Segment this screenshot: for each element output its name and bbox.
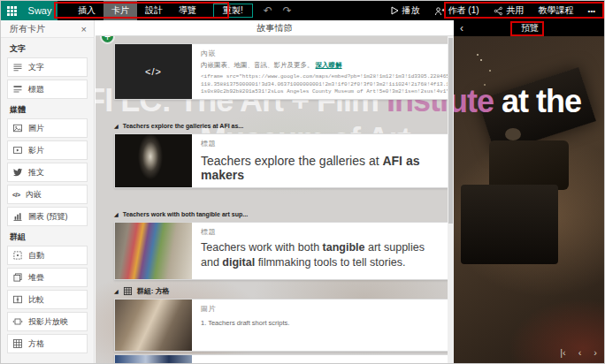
card-type-automatic[interactable]: 自動 xyxy=(7,246,88,265)
preview-headline: ute at the xyxy=(448,83,581,120)
card-type-heading[interactable]: 標題 xyxy=(7,80,88,99)
embed-code-line: 118.35881375000001!3d34.06371000000001!2… xyxy=(201,81,439,89)
back-chevron-icon[interactable]: ‹ xyxy=(454,22,470,34)
card-type-tweet[interactable]: 推文 xyxy=(7,163,88,182)
card-type-text[interactable]: 文字 xyxy=(7,57,88,77)
section-label-media: 媒體 xyxy=(10,104,85,116)
chart-icon xyxy=(12,211,23,222)
preview-title: 預覽 xyxy=(454,22,605,34)
grid-group-icon xyxy=(123,286,133,296)
ribbon-tabs: 插入 卡片 設計 導覽 重製! ↶ ↷ xyxy=(70,1,297,20)
all-cards-header: 所有卡片 × xyxy=(1,20,94,38)
heading-card-thumbnail xyxy=(115,223,192,279)
section-label-text: 文字 xyxy=(10,43,85,55)
share-icon xyxy=(494,6,503,16)
play-icon xyxy=(391,6,399,15)
all-cards-title: 所有卡片 xyxy=(10,23,45,35)
heading-card[interactable]: 標題 Teachers work with both tangible art … xyxy=(114,222,448,280)
heading-card-thumbnail xyxy=(115,134,192,187)
photo-highlight-dots xyxy=(477,54,479,56)
close-icon[interactable]: × xyxy=(81,24,87,34)
top-bar: Sway 插入 卡片 設計 導覽 重製! ↶ ↷ 播放 作者 (1) 共用 xyxy=(1,1,605,20)
collapsed-card-header[interactable]: ◢ Teachers explore the galleries at AFI … xyxy=(114,123,243,129)
collapse-triangle-icon: ◢ xyxy=(114,289,119,294)
slideshow-icon xyxy=(12,316,23,327)
learn-more-link[interactable]: 深入瞭解 xyxy=(316,61,342,69)
preview-panel: ‹ 預覽 ute at the |‹ ‹ › xyxy=(454,20,605,364)
authors-icon xyxy=(434,6,445,16)
partial-card[interactable] xyxy=(114,354,448,364)
sway-app-window: Sway 插入 卡片 設計 導覽 重製! ↶ ↷ 播放 作者 (1) 共用 xyxy=(0,0,605,364)
embed-code-line: 1s0x80c2b92b8201a531!2sLos Angeles Count… xyxy=(201,88,439,96)
tab-navigation[interactable]: 導覽 xyxy=(171,1,204,20)
card-type-compare[interactable]: 比較 xyxy=(7,290,88,309)
embed-icon: </> xyxy=(12,192,20,198)
collapse-triangle-icon: ◢ xyxy=(114,124,119,129)
auto-icon xyxy=(12,250,23,261)
share-button[interactable]: 共用 xyxy=(486,1,532,20)
image-icon xyxy=(12,123,23,133)
sway-logo: Sway xyxy=(22,1,57,20)
more-options-icon[interactable]: ••• xyxy=(581,1,602,20)
topbar-actions: 播放 作者 (1) 共用 教學課程 ••• xyxy=(384,1,605,20)
card-type-label: 內嵌 xyxy=(201,49,439,58)
embed-code-line: <iframe src="https://www.google.com/maps… xyxy=(201,73,439,81)
card-type-chart[interactable]: 圖表 (預覽) xyxy=(7,207,88,226)
heading-text: Teachers work with both tangible art sup… xyxy=(201,240,439,270)
storyline-title: 故事情節 xyxy=(96,20,454,36)
stack-icon xyxy=(12,272,23,283)
go-to-start-icon[interactable]: |‹ xyxy=(560,347,566,358)
play-button[interactable]: 播放 xyxy=(384,1,427,20)
tutorials-button[interactable]: 教學課程 xyxy=(532,1,581,20)
partial-card-thumbnail xyxy=(115,355,192,364)
heading-card[interactable]: 標題 Teachers explore the galleries at AFI… xyxy=(114,133,448,188)
remix-button[interactable]: 重製! xyxy=(213,4,253,18)
embed-card-thumbnail: </> xyxy=(115,44,192,99)
card-type-label: 標題 xyxy=(201,139,439,148)
app-launcher-button[interactable] xyxy=(1,1,22,20)
previous-icon[interactable]: ‹ xyxy=(578,347,582,358)
embed-card[interactable]: </> 內嵌 內嵌圖表、地圖、音訊、影片及更多。 深入瞭解 <iframe sr… xyxy=(114,43,448,100)
heading-text: Teachers explore the galleries at AFI as… xyxy=(201,154,439,182)
card-type-image[interactable]: 圖片 xyxy=(7,118,88,138)
tweet-bird-icon xyxy=(12,167,23,178)
authors-button[interactable]: 作者 (1) xyxy=(427,1,486,20)
image-card-thumbnail xyxy=(115,300,192,351)
film-camera-knob xyxy=(505,128,521,140)
storyline-panel: 故事情節 AFI LC: The Art + Film Instit Museu… xyxy=(96,20,454,364)
collapse-triangle-icon: ◢ xyxy=(114,212,119,217)
heading-icon xyxy=(12,84,23,95)
text-icon xyxy=(12,62,23,72)
tab-cards[interactable]: 卡片 xyxy=(103,1,137,20)
collapsed-card-header[interactable]: ◢ Teachers work with both tangible art s… xyxy=(114,211,248,217)
preview-navigation: |‹ ‹ › xyxy=(560,347,597,358)
app-launcher-grid-icon xyxy=(7,6,17,16)
film-camera-base xyxy=(461,185,558,264)
card-type-slideshow[interactable]: 投影片放映 xyxy=(7,312,88,331)
card-type-video[interactable]: 影片 xyxy=(7,140,88,160)
embed-code-icon: </> xyxy=(145,66,162,77)
video-icon xyxy=(12,145,23,155)
next-icon[interactable]: › xyxy=(594,347,597,358)
image-card[interactable]: 圖片 1. Teachers draft short scripts. xyxy=(114,299,448,352)
all-cards-panel: 所有卡片 × 文字 文字 標題 媒體 圖片 影片 推文 </> 內嵌 xyxy=(1,20,95,364)
film-camera-arm xyxy=(489,140,569,190)
scrollbar-thumb[interactable] xyxy=(448,38,453,224)
redo-icon[interactable]: ↷ xyxy=(278,1,297,20)
group-grid-header[interactable]: ◢ 群組: 方格 xyxy=(114,286,170,296)
tab-insert[interactable]: 插入 xyxy=(70,1,103,20)
card-type-stack[interactable]: 堆疊 xyxy=(7,268,88,287)
section-label-group: 群組 xyxy=(10,231,85,243)
card-type-grid[interactable]: 方格 xyxy=(7,334,88,353)
grid-icon xyxy=(12,338,23,349)
storyline-scrollbar[interactable] xyxy=(448,36,454,364)
undo-icon[interactable]: ↶ xyxy=(258,1,278,20)
tab-design[interactable]: 設計 xyxy=(137,1,171,20)
storyline-canvas: AFI LC: The Art + Film Instit Museum of … xyxy=(96,36,454,364)
card-type-embed[interactable]: </> 內嵌 xyxy=(7,185,88,204)
embed-description: 內嵌圖表、地圖、音訊、影片及更多。 深入瞭解 xyxy=(201,61,439,70)
compare-icon xyxy=(12,294,23,305)
add-card-button[interactable]: + xyxy=(100,36,115,44)
card-type-label: 標題 xyxy=(201,227,439,237)
card-type-label: 圖片 xyxy=(201,304,439,314)
